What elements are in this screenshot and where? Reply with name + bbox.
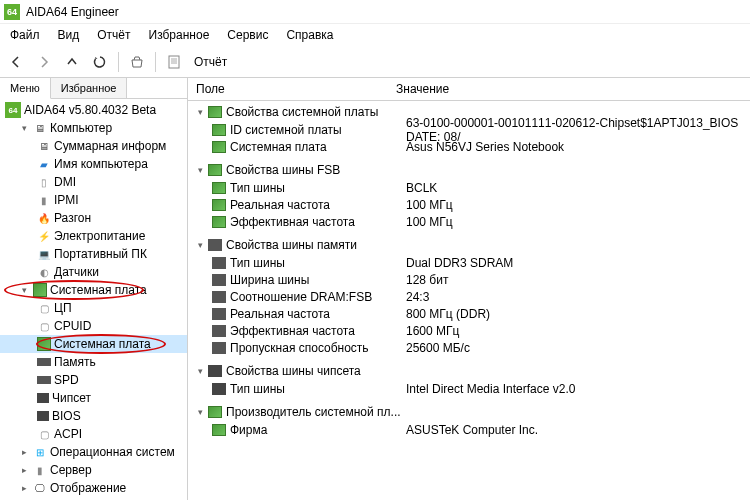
report-label: Отчёт <box>194 55 227 69</box>
tree-item-sensors[interactable]: ◐Датчики <box>0 263 187 281</box>
tree-root[interactable]: 64 AIDA64 v5.80.4032 Beta <box>0 101 187 119</box>
tree-item-motherboard[interactable]: Системная плата <box>0 335 187 353</box>
expander-icon[interactable]: ▾ <box>194 406 206 418</box>
data-row[interactable]: Эффективная частота 100 МГц <box>188 213 750 230</box>
expander-icon[interactable]: ▾ <box>194 106 206 118</box>
tree-label: ACPI <box>54 427 82 441</box>
menu-favorites[interactable]: Избранное <box>141 26 218 44</box>
group-row[interactable]: ▾ Свойства шины FSB <box>188 161 750 179</box>
field-value: 1600 МГц <box>406 324 744 338</box>
tree-item-cpuid[interactable]: ▢CPUID <box>0 317 187 335</box>
data-row[interactable]: Фирма ASUSTeK Computer Inc. <box>188 421 750 438</box>
tree-label: Суммарная информ <box>54 139 166 153</box>
details-pane[interactable]: Поле Значение ▾ Свойства системной платы… <box>188 78 750 500</box>
spd-icon <box>37 376 51 384</box>
group-row[interactable]: ▾ Производитель системной пл... <box>188 403 750 421</box>
mb-icon <box>212 182 226 194</box>
data-row[interactable]: Реальная частота 100 МГц <box>188 196 750 213</box>
chip-icon <box>212 383 226 395</box>
data-row[interactable]: Системная плата Asus N56VJ Series Notebo… <box>188 138 750 155</box>
tree-item-dmi[interactable]: ▯DMI <box>0 173 187 191</box>
tree-item-overclock[interactable]: 🔥Разгон <box>0 209 187 227</box>
expander-icon[interactable]: ▾ <box>194 239 206 251</box>
tree-item-power[interactable]: ⚡Электропитание <box>0 227 187 245</box>
field-label: ID системной платы <box>230 123 406 137</box>
expander-icon[interactable]: ▾ <box>194 365 206 377</box>
menu-file[interactable]: Файл <box>2 26 48 44</box>
menubar: Файл Вид Отчёт Избранное Сервис Справка <box>0 24 750 46</box>
data-row[interactable]: Тип шины Dual DDR3 SDRAM <box>188 254 750 271</box>
menu-service[interactable]: Сервис <box>219 26 276 44</box>
field-label: Эффективная частота <box>230 215 406 229</box>
column-field[interactable]: Поле <box>188 78 388 100</box>
tag-icon: ▰ <box>37 157 51 171</box>
server-icon: ▮ <box>33 463 47 477</box>
expander-icon[interactable]: ▾ <box>194 164 206 176</box>
tree-item-cpu[interactable]: ▢ЦП <box>0 299 187 317</box>
details-body: ▾ Свойства системной платы ID системной … <box>188 103 750 438</box>
group-label: Свойства шины памяти <box>226 238 357 252</box>
refresh-button[interactable] <box>88 50 112 74</box>
group-label: Производитель системной пл... <box>226 405 401 419</box>
data-row[interactable]: Пропускная способность 25600 МБ/с <box>188 339 750 356</box>
expander-icon[interactable]: ▸ <box>18 446 30 458</box>
data-row[interactable]: Тип шины BCLK <box>188 179 750 196</box>
tree-item-memory[interactable]: Память <box>0 353 187 371</box>
field-value: ASUSTeK Computer Inc. <box>406 423 744 437</box>
tree-item-summary[interactable]: 🖥Суммарная информ <box>0 137 187 155</box>
ram-icon <box>212 308 226 320</box>
expander-icon[interactable]: ▸ <box>18 464 30 476</box>
mb-icon <box>208 406 222 418</box>
tree-item-portable[interactable]: 💻Портативный ПК <box>0 245 187 263</box>
expander-icon[interactable]: ▾ <box>18 122 30 134</box>
tab-favorites[interactable]: Избранное <box>51 78 128 98</box>
field-label: Соотношение DRAM:FSB <box>230 290 406 304</box>
tree-display[interactable]: ▸🖵Отображение <box>0 479 187 497</box>
monitor-icon: 🖥 <box>37 139 51 153</box>
tree-computer[interactable]: ▾ 🖥 Компьютер <box>0 119 187 137</box>
columns-header: Поле Значение <box>188 78 750 101</box>
tree-item-hostname[interactable]: ▰Имя компьютера <box>0 155 187 173</box>
tree-item-acpi[interactable]: ▢ACPI <box>0 425 187 443</box>
tree-motherboard[interactable]: ▾ Системная плата <box>0 281 187 299</box>
data-row[interactable]: Ширина шины 128 бит <box>188 271 750 288</box>
tree-os[interactable]: ▸⊞Операционная систем <box>0 443 187 461</box>
menu-view[interactable]: Вид <box>50 26 88 44</box>
tree-item-chipset[interactable]: Чипсет <box>0 389 187 407</box>
chip-icon <box>208 365 222 377</box>
field-label: Тип шины <box>230 181 406 195</box>
ram-icon <box>212 257 226 269</box>
tree-label: Датчики <box>54 265 99 279</box>
ram-icon <box>212 325 226 337</box>
basket-button[interactable] <box>125 50 149 74</box>
laptop-icon: 💻 <box>37 247 51 261</box>
forward-button[interactable] <box>32 50 56 74</box>
expander-icon[interactable]: ▾ <box>18 284 30 296</box>
tree-item-spd[interactable]: SPD <box>0 371 187 389</box>
tab-menu[interactable]: Меню <box>0 78 51 99</box>
tree-item-bios[interactable]: BIOS <box>0 407 187 425</box>
aida64-icon: 64 <box>5 102 21 118</box>
data-row[interactable]: Соотношение DRAM:FSB 24:3 <box>188 288 750 305</box>
menu-report[interactable]: Отчёт <box>89 26 138 44</box>
tree-server[interactable]: ▸▮Сервер <box>0 461 187 479</box>
back-button[interactable] <box>4 50 28 74</box>
expander-icon[interactable]: ▸ <box>18 482 30 494</box>
field-value: 25600 МБ/с <box>406 341 744 355</box>
data-row[interactable]: Тип шины Intel Direct Media Interface v2… <box>188 380 750 397</box>
data-row[interactable]: ID системной платы 63-0100-000001-001011… <box>188 121 750 138</box>
tree-label: Отображение <box>50 481 126 495</box>
column-value[interactable]: Значение <box>388 78 750 100</box>
report-button[interactable] <box>162 50 186 74</box>
power-icon: ⚡ <box>37 229 51 243</box>
data-row[interactable]: Эффективная частота 1600 МГц <box>188 322 750 339</box>
group-row[interactable]: ▾ Свойства шины памяти <box>188 236 750 254</box>
cpu-icon: ▢ <box>37 301 51 315</box>
titlebar: 64 AIDA64 Engineer <box>0 0 750 24</box>
menu-help[interactable]: Справка <box>278 26 341 44</box>
group-row[interactable]: ▾ Свойства шины чипсета <box>188 362 750 380</box>
tree-item-ipmi[interactable]: ▮IPMI <box>0 191 187 209</box>
up-button[interactable] <box>60 50 84 74</box>
data-row[interactable]: Реальная частота 800 МГц (DDR) <box>188 305 750 322</box>
nav-tree[interactable]: 64 AIDA64 v5.80.4032 Beta ▾ 🖥 Компьютер … <box>0 99 187 500</box>
